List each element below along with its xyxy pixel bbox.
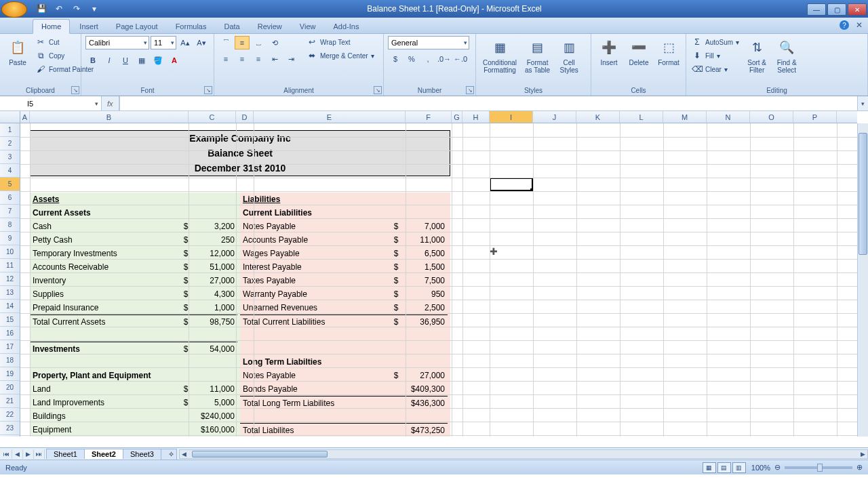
column-header-F[interactable]: F (406, 111, 452, 123)
tab-page-layout[interactable]: Page Layout (108, 20, 166, 33)
column-header-A[interactable]: A (20, 111, 30, 123)
zoom-slider[interactable] (785, 466, 852, 469)
worksheet-grid[interactable]: ABCDEFGHIJKLMNOP 12345678910111213141516… (0, 111, 868, 447)
qat-customize-icon[interactable]: ▾ (87, 2, 102, 16)
font-size-combo[interactable]: 11 (151, 36, 176, 49)
fx-icon[interactable]: fx (107, 100, 113, 108)
font-launcher-icon[interactable]: ↘ (204, 86, 212, 94)
sheet-nav-last-icon[interactable]: ⏭ (34, 449, 45, 459)
select-all-corner[interactable] (0, 111, 20, 123)
fill-color-button[interactable]: 🪣 (151, 54, 165, 67)
sheet-tab-1[interactable]: Sheet1 (46, 449, 85, 459)
tab-data[interactable]: Data (216, 20, 248, 33)
row-header-15[interactable]: 15 (0, 313, 20, 327)
row-header-12[interactable]: 12 (0, 272, 20, 286)
wrap-text-button[interactable]: ↩Wrap Text (305, 36, 376, 48)
clipboard-launcher-icon[interactable]: ↘ (71, 86, 79, 94)
increase-decimal-icon[interactable]: .0→ (437, 52, 452, 66)
row-header-9[interactable]: 9 (0, 232, 20, 245)
orientation-icon[interactable]: ⟲ (267, 36, 282, 49)
row-header-17[interactable]: 17 (0, 340, 20, 354)
sheet-nav-next-icon[interactable]: ▶ (23, 449, 34, 459)
clear-button[interactable]: ⌫Clear ▾ (690, 63, 741, 75)
align-top-icon[interactable]: ⎴ (218, 36, 233, 49)
decrease-decimal-icon[interactable]: ←.0 (453, 52, 468, 66)
format-cells-button[interactable]: ⬚Format (655, 36, 682, 68)
column-headers[interactable]: ABCDEFGHIJKLMNOP (20, 111, 857, 123)
format-as-table-button[interactable]: ▤Format as Table (522, 36, 553, 75)
row-header-14[interactable]: 14 (0, 300, 20, 313)
align-left-icon[interactable]: ≡ (218, 52, 233, 66)
row-header-19[interactable]: 19 (0, 367, 20, 381)
column-header-B[interactable]: B (30, 111, 189, 123)
bold-button[interactable]: B (85, 54, 100, 67)
tab-formulas[interactable]: Formulas (167, 20, 215, 33)
align-bottom-icon[interactable]: ⎵ (251, 36, 266, 49)
row-header-3[interactable]: 3 (0, 150, 20, 164)
column-header-N[interactable]: N (707, 111, 750, 123)
row-header-4[interactable]: 4 (0, 164, 20, 178)
column-header-O[interactable]: O (750, 111, 793, 123)
fill-button[interactable]: ⬇Fill ▾ (690, 49, 741, 62)
column-header-G[interactable]: G (452, 111, 462, 123)
row-header-5[interactable]: 5 (0, 178, 20, 191)
autosum-button[interactable]: ΣAutoSum ▾ (690, 36, 741, 48)
sheet-tab-3[interactable]: Sheet3 (123, 449, 161, 459)
alignment-launcher-icon[interactable]: ↘ (374, 86, 382, 94)
undo-icon[interactable]: ↶ (52, 2, 66, 16)
horizontal-scrollbar[interactable]: ◀▶ (179, 449, 868, 459)
row-header-16[interactable]: 16 (0, 327, 20, 340)
cell-styles-button[interactable]: ▥Cell Styles (555, 36, 583, 75)
merge-center-button[interactable]: ⬌Merge & Center ▾ (305, 49, 376, 62)
font-name-combo[interactable]: Calibri (85, 36, 149, 49)
maximize-button[interactable]: ▢ (827, 3, 846, 16)
column-header-J[interactable]: J (533, 111, 576, 123)
redo-icon[interactable]: ↷ (69, 2, 84, 16)
column-header-K[interactable]: K (576, 111, 620, 123)
underline-button[interactable]: U (118, 54, 133, 67)
cells-area[interactable]: Example Company Inc Balance Sheet Decemb… (20, 123, 857, 436)
close-button[interactable]: ✕ (848, 3, 867, 16)
insert-cells-button[interactable]: ➕Insert (595, 36, 623, 68)
name-box[interactable]: I5 (0, 96, 102, 110)
sheet-tab-2[interactable]: Sheet2 (84, 449, 123, 459)
row-header-13[interactable]: 13 (0, 286, 20, 300)
column-header-P[interactable]: P (793, 111, 837, 123)
close-workbook-icon[interactable]: ✕ (856, 20, 863, 30)
number-format-combo[interactable]: General (388, 36, 469, 49)
page-break-view-icon[interactable]: ▥ (732, 462, 746, 473)
paste-button[interactable]: 📋 Paste (4, 36, 31, 68)
row-header-8[interactable]: 8 (0, 218, 20, 232)
decrease-font-icon[interactable]: A▾ (194, 36, 209, 49)
column-header-D[interactable]: D (236, 111, 254, 123)
row-header-21[interactable]: 21 (0, 394, 20, 408)
formula-input[interactable] (119, 96, 857, 110)
delete-cells-button[interactable]: ➖Delete (625, 36, 652, 68)
currency-icon[interactable]: $ (388, 52, 403, 66)
office-button[interactable] (1, 1, 27, 18)
tab-insert[interactable]: Insert (71, 20, 106, 33)
align-right-icon[interactable]: ≡ (251, 52, 266, 66)
number-launcher-icon[interactable]: ↘ (466, 86, 474, 94)
column-header-E[interactable]: E (254, 111, 406, 123)
new-sheet-button[interactable]: ✧ (161, 449, 177, 460)
column-header-I[interactable]: I (490, 111, 533, 123)
column-header-C[interactable]: C (189, 111, 236, 123)
column-header-L[interactable]: L (620, 111, 663, 123)
increase-indent-icon[interactable]: ⇥ (283, 52, 298, 66)
row-header-6[interactable]: 6 (0, 191, 20, 205)
align-middle-icon[interactable]: ≡ (235, 36, 250, 49)
border-button[interactable]: ▦ (134, 54, 149, 67)
row-header-1[interactable]: 1 (0, 123, 20, 137)
normal-view-icon[interactable]: ▦ (703, 462, 716, 473)
row-header-10[interactable]: 10 (0, 245, 20, 259)
row-header-23[interactable]: 23 (0, 422, 20, 435)
sheet-nav-prev-icon[interactable]: ◀ (12, 449, 23, 459)
find-select-button[interactable]: 🔍Find & Select (773, 36, 800, 75)
help-icon[interactable]: ? (840, 20, 849, 30)
vertical-scrollbar[interactable] (857, 123, 868, 436)
font-color-button[interactable]: A (167, 54, 182, 67)
save-icon[interactable]: 💾 (34, 2, 49, 16)
tab-review[interactable]: Review (250, 20, 290, 33)
tab-addins[interactable]: Add-Ins (325, 20, 367, 33)
